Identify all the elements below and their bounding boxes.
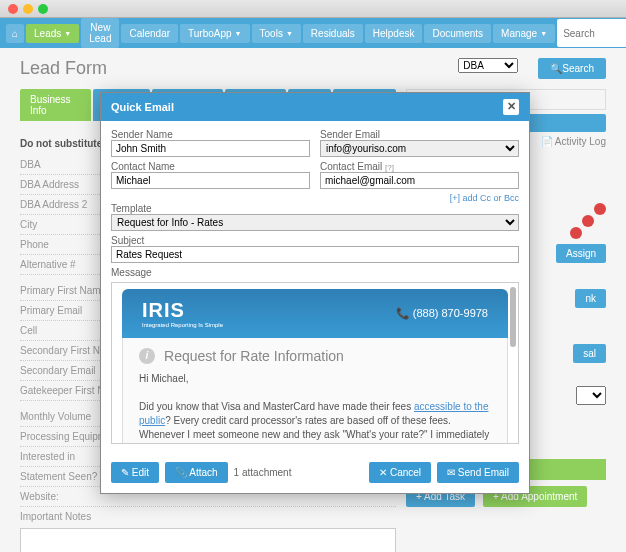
important-notes-textarea[interactable] [20, 528, 396, 552]
email-preview-body: Hi Michael, Did you know that Visa and M… [139, 372, 491, 444]
subject-input[interactable] [111, 246, 519, 263]
page-header: Lead Form DBA 🔍Search [0, 48, 626, 89]
delete-icon[interactable] [594, 203, 606, 215]
modal-footer: ✎ Edit 📎 Attach 1 attachment ✕ Cancel ✉ … [101, 452, 529, 493]
contact-email-input[interactable] [320, 172, 519, 189]
attach-button[interactable]: 📎 Attach [165, 462, 228, 483]
nav-manage[interactable]: Manage ▼ [493, 24, 555, 43]
attachment-count: 1 attachment [234, 467, 292, 478]
nav-helpdesk[interactable]: Helpdesk [365, 24, 423, 43]
sender-name-label: Sender Name [111, 129, 310, 140]
template-label: Template [111, 203, 519, 214]
nav-turboapp[interactable]: TurboApp ▼ [180, 24, 249, 43]
caret-down-icon: ▼ [64, 30, 71, 37]
sender-name-input[interactable] [111, 140, 310, 157]
window-zoom-dot[interactable] [38, 4, 48, 14]
home-icon: ⌂ [12, 28, 18, 39]
sender-email-label: Sender Email [320, 129, 519, 140]
nav-documents[interactable]: Documents [424, 24, 491, 43]
modal-title: Quick Email [111, 101, 174, 113]
paperclip-icon: 📎 [175, 467, 187, 478]
email-preview-heading: Request for Rate Information [164, 348, 344, 364]
window-close-dot[interactable] [8, 4, 18, 14]
banner-phone: 📞 (888) 870-9978 [396, 307, 488, 320]
caret-down-icon: ▼ [235, 30, 242, 37]
nk-button[interactable]: nk [575, 289, 606, 308]
sender-email-select[interactable]: info@youriso.com [320, 140, 519, 157]
assign-button[interactable]: Assign [556, 244, 606, 263]
phone-icon: 📞 [396, 307, 410, 319]
info-icon: i [139, 348, 155, 364]
modal-header: Quick Email ✕ [101, 93, 529, 121]
add-cc-bcc-link[interactable]: [+] add Cc or Bcc [450, 193, 519, 203]
close-icon: ✕ [379, 467, 387, 478]
email-preview: IRIS Integrated Reporting Is Simple 📞 (8… [111, 282, 519, 444]
delete-icon[interactable] [582, 215, 594, 227]
global-search-input[interactable] [557, 19, 626, 47]
window-chrome [0, 0, 626, 18]
dba-select[interactable]: DBA [458, 58, 518, 73]
envelope-icon: ✉ [447, 467, 455, 478]
template-select[interactable]: Request for Info - Rates [111, 214, 519, 231]
contact-name-label: Contact Name [111, 161, 310, 172]
sal-button[interactable]: sal [573, 344, 606, 363]
delete-icon[interactable] [570, 227, 582, 239]
top-nav: ⌂ Leads ▼ New Lead Calendar TurboApp ▼ T… [0, 18, 626, 48]
subject-label: Subject [111, 235, 519, 246]
search-icon: 🔍 [550, 63, 562, 74]
nav-calendar[interactable]: Calendar [121, 24, 178, 43]
caret-down-icon: ▼ [540, 30, 547, 37]
nav-residuals[interactable]: Residuals [303, 24, 363, 43]
lead-search-button[interactable]: 🔍Search [538, 58, 606, 79]
contact-name-input[interactable] [111, 172, 310, 189]
modal-close-button[interactable]: ✕ [503, 99, 519, 115]
preview-scrollbar[interactable] [510, 287, 516, 347]
send-email-button[interactable]: ✉ Send Email [437, 462, 519, 483]
message-label: Message [111, 267, 519, 278]
field-important-notes: Important Notes [20, 507, 396, 526]
nav-new-lead[interactable]: New Lead [81, 18, 119, 48]
window-minimize-dot[interactable] [23, 4, 33, 14]
tab-business-info[interactable]: Business Info [20, 89, 91, 121]
email-banner: IRIS Integrated Reporting Is Simple 📞 (8… [122, 289, 508, 338]
caret-down-icon: ▼ [286, 30, 293, 37]
quick-email-modal: Quick Email ✕ Sender Name Sender Email i… [100, 92, 530, 494]
note-icon: 📄 [541, 136, 553, 147]
nav-leads[interactable]: Leads ▼ [26, 24, 79, 43]
home-button[interactable]: ⌂ [6, 24, 24, 43]
edit-button[interactable]: ✎ Edit [111, 462, 159, 483]
cancel-button[interactable]: ✕ Cancel [369, 462, 431, 483]
help-icon[interactable]: [?] [385, 163, 394, 172]
contact-email-label: Contact Email [?] [320, 161, 519, 172]
pencil-icon: ✎ [121, 467, 129, 478]
nav-tools[interactable]: Tools ▼ [252, 24, 301, 43]
right-small-select[interactable] [576, 386, 606, 405]
iris-logo: IRIS [142, 299, 185, 321]
page-title: Lead Form [20, 58, 107, 79]
close-icon: ✕ [507, 100, 516, 112]
iris-tagline: Integrated Reporting Is Simple [142, 322, 223, 328]
